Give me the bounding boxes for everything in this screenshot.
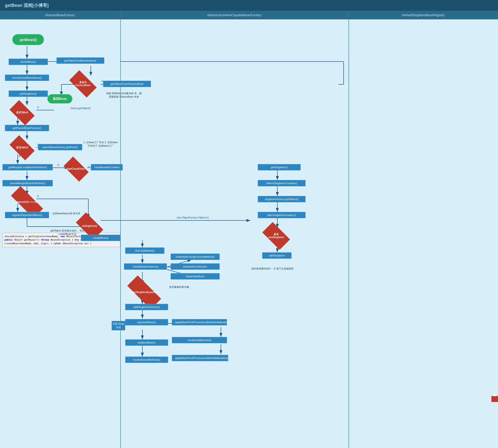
autowireConstructor-node[interactable]: autowireConstructor bbox=[171, 263, 220, 270]
applyBefore-node[interactable]: applyBeanPostProcessorsBeforeInitializat… bbox=[172, 319, 227, 325]
getMergedLocal-node[interactable]: getMergedLocalBeanDefinition() bbox=[2, 164, 53, 170]
getBean-label: getBean() bbox=[12, 34, 44, 45]
factory-getObject-label: factory.getObject() bbox=[71, 106, 91, 110]
initializeBean-box: initializeBean() bbox=[125, 339, 168, 346]
getParentBeanFactory-node[interactable]: getParentBeanFactory() bbox=[5, 125, 49, 131]
registerDependentBean-node[interactable]: registerDependentBean() bbox=[5, 212, 49, 218]
diagram-body: 否 是 是 否 否 是 是 否 否 是 new ObjectFactory<Ob… bbox=[0, 19, 498, 448]
checkMerged-node[interactable]: checkMergedBeanDefinition() bbox=[2, 180, 53, 186]
getObjectFromFactoryBean-node[interactable]: getObjectFromFactoryBean bbox=[103, 81, 151, 87]
svg-text:是: 是 bbox=[37, 106, 39, 109]
note-beanName: 记录beanName 映 射关系 bbox=[52, 212, 81, 215]
addSingletonFactory-node[interactable]: addSingletonFactory() bbox=[125, 304, 168, 310]
isSingleton-label: isSingleton() bbox=[82, 224, 97, 227]
doGetBean-box: doGetBean() bbox=[9, 59, 48, 65]
isSingleton-node: isSingleton() bbox=[75, 218, 104, 235]
dependsOn-label: dependsOn == null bbox=[16, 201, 38, 204]
column-headers: AbstractBeanFactory AbstractAutowireCapa… bbox=[0, 11, 498, 19]
note-parent: 1. 父bean工厂存在 2. 当前bean不存在于 当前bean工厂 bbox=[84, 141, 118, 148]
transformedBeanName-node[interactable]: transformedBeanName() bbox=[5, 75, 49, 81]
returnBean-label: 返回Bean bbox=[47, 94, 72, 103]
note-addSingleton-text: 加到单例缓存池中，方 便下次直接获取 bbox=[245, 267, 299, 271]
note-earlySingleton: 是否暴漏早期 对象 bbox=[166, 286, 193, 289]
side-label: 版权 bbox=[491, 396, 498, 402]
doGetBean-node[interactable]: doGetBean() bbox=[9, 59, 48, 65]
isFactoryBean-node: 是否为FactoryBean bbox=[68, 75, 98, 93]
col-header-2: AbstractAutowireCapableBeanFactory bbox=[120, 11, 348, 19]
addSingleton-node[interactable]: addSingleton bbox=[262, 252, 292, 259]
invokeAwareMethods-node[interactable]: invokeAwareMethods() bbox=[125, 356, 168, 363]
doCreateBean-box: doCreateBean() bbox=[125, 247, 164, 254]
dependsOn-node: dependsOn == null bbox=[9, 193, 45, 211]
isNewSingleton-node: 是否newSingleton bbox=[261, 226, 291, 245]
createBean-box: createBean() bbox=[81, 235, 120, 241]
getSingleton-node[interactable]: getSingleton() bbox=[9, 91, 48, 97]
instantiateBean-node[interactable]: instantiateBean bbox=[171, 273, 220, 280]
getMergedLocal-box: getMergedLocalBeanDefinition() bbox=[2, 164, 53, 170]
title-bar: getBean 流程[小傅哥] bbox=[0, 0, 498, 11]
getSingleton-right-box: getSingleton() bbox=[258, 164, 301, 170]
beforeSingletonCreation-node[interactable]: beforeSingletonCreation() bbox=[258, 180, 306, 186]
markBeanAsCreated-node[interactable]: markBeanAsCreated bbox=[91, 164, 123, 170]
col-header-1: AbstractBeanFactory bbox=[0, 11, 120, 19]
getSingleton-right-node[interactable]: getSingleton() bbox=[258, 164, 301, 170]
invokeAwareMethods-box: invokeAwareMethods() bbox=[125, 356, 168, 363]
note-wanCheng-text: 完善 Bean 信息 bbox=[112, 321, 125, 330]
isNull1-node: 是否为Null bbox=[9, 104, 35, 121]
isNull2-node: 是否为Null bbox=[9, 139, 35, 156]
getSingleton-box: getSingleton() bbox=[9, 91, 48, 97]
invokeInitMethods-node[interactable]: invokeInitMethods() bbox=[172, 337, 227, 343]
earlySingletonExposure-label: earlySingletonExposure bbox=[130, 291, 158, 294]
instantiateUsingFactoryMethod-node[interactable]: instantiateUsingFactoryMethod() bbox=[171, 254, 220, 260]
transformedBeanName-box: transformedBeanName() bbox=[5, 75, 49, 81]
doCreateBean-node[interactable]: doCreateBean() bbox=[125, 247, 164, 254]
note-wanCheng: 完善 Bean 信息 bbox=[112, 321, 125, 330]
applyAfter-node[interactable]: applyBeanPostProcessorsAfterlnitializati… bbox=[172, 355, 228, 361]
createBeanInstance-box: createBeanInstance() bbox=[124, 263, 167, 270]
main-wrapper: getBean 流程[小傅哥] AbstractBeanFactory Abst… bbox=[0, 0, 498, 448]
registerDependentBean-box: registerDependentBean() bbox=[5, 212, 49, 218]
svg-text:new ObjectFactory<Object>(): new ObjectFactory<Object>() bbox=[177, 216, 209, 219]
afterSingletonCreation-box: afterSingletonCreation() bbox=[258, 212, 306, 218]
addSingleton-box: addSingleton bbox=[262, 252, 292, 259]
typeCheckOnly-label: typeCheckOnly? bbox=[67, 167, 86, 170]
instantiateUsingFactoryMethod-box: instantiateUsingFactoryMethod() bbox=[171, 254, 220, 260]
note-parent-text: 1. 父bean工厂存在 2. 当前bean不存在于 当前bean工厂 bbox=[84, 141, 118, 148]
note-addSingleton: 加到单例缓存池中，方 便下次直接获取 bbox=[245, 267, 299, 271]
createBeanInstance-node[interactable]: createBeanInstance() bbox=[124, 263, 167, 270]
singletonFactory-getObject-box: singletonFactory.getObject() bbox=[258, 196, 306, 202]
note-mybatis-text: 例如 MyBatis 的对象包装 类，都需要获取 FactoryBean 本身 bbox=[105, 92, 142, 98]
addSingletonFactory-box: addSingletonFactory() bbox=[125, 304, 168, 310]
factory-getObject-text: factory.getObject() bbox=[71, 107, 91, 110]
isNewSingleton-label: 是否newSingleton bbox=[268, 233, 284, 239]
singletonFactory-getObject-node[interactable]: singletonFactory.getObject() bbox=[258, 196, 306, 202]
svg-text:否: 否 bbox=[57, 164, 59, 166]
parentBeanFactory-getBean-node[interactable]: parentBeanFactory.getBean() bbox=[38, 144, 82, 150]
autowireConstructor-box: autowireConstructor bbox=[171, 263, 220, 270]
getBean-node[interactable]: getBean() bbox=[12, 34, 44, 45]
getObjectForBeanInstance-node[interactable]: getObjectForBeanInstance bbox=[56, 57, 104, 64]
initializeBean-node[interactable]: initializeBean() bbox=[125, 339, 168, 346]
page-title: getBean 流程[小傅哥] bbox=[5, 3, 49, 8]
getObjectForBeanInstance-box: getObjectForBeanInstance bbox=[56, 57, 104, 64]
applyAfter-box: applyBeanPostProcessorsAfterlnitializati… bbox=[172, 355, 228, 361]
returnBean-node[interactable]: 返回Bean bbox=[47, 94, 72, 103]
checkMerged-box: checkMergedBeanDefinition() bbox=[2, 180, 53, 186]
afterSingletonCreation-node[interactable]: afterSingletonCreation() bbox=[258, 212, 306, 218]
note-earlySingleton-text: 是否暴漏早期 对象 bbox=[166, 286, 193, 289]
populateBean-node[interactable]: populateBean() bbox=[125, 319, 168, 325]
col-header-3: DefaultSingletonBeanRegistry bbox=[348, 11, 498, 19]
divider-2 bbox=[348, 19, 349, 448]
isNull2-label: 是否为Null bbox=[16, 146, 28, 149]
instantiateBean-box: instantiateBean bbox=[171, 273, 220, 280]
parentBeanFactory-getBean-box: parentBeanFactory.getBean() bbox=[38, 144, 82, 150]
createBean-node[interactable]: createBean() bbox=[81, 235, 120, 241]
isFactoryBean-label: 是否为FactoryBean bbox=[76, 81, 91, 87]
getObjectFromFactoryBean-box: getObjectFromFactoryBean bbox=[103, 81, 151, 87]
getParentBeanFactory-box: getParentBeanFactory() bbox=[5, 125, 49, 131]
applyBefore-box: applyBeanPostProcessorsBeforeInitializat… bbox=[172, 319, 227, 325]
note-mybatis: 例如 MyBatis 的对象包装 类，都需要获取 FactoryBean 本身 bbox=[105, 92, 142, 98]
invokeInitMethods-box: invokeInitMethods() bbox=[172, 337, 227, 343]
markBeanAsCreated-box: markBeanAsCreated bbox=[91, 164, 123, 170]
isNull1-label: 是否为Null bbox=[16, 111, 28, 114]
